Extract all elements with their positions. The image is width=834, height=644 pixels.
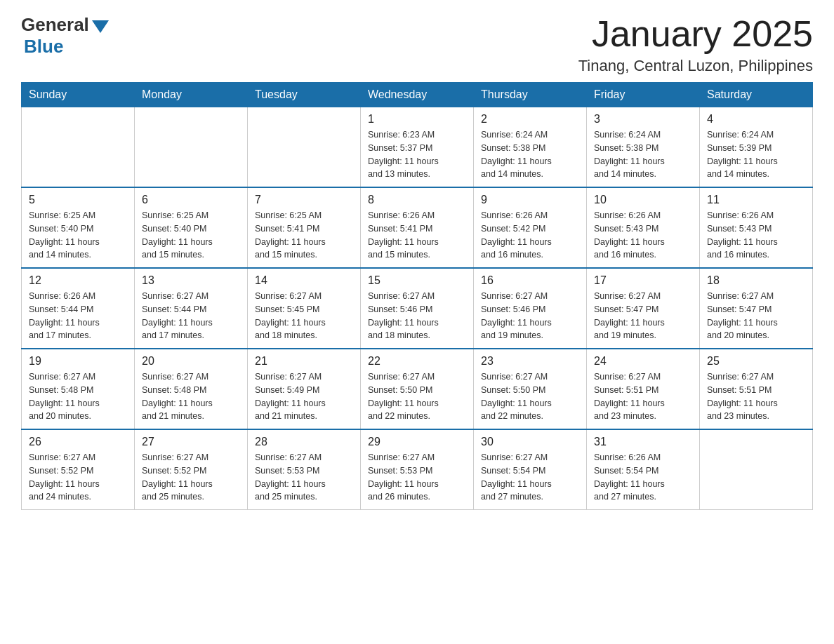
day-number: 6 <box>142 194 240 206</box>
calendar-day-cell: 14Sunrise: 6:27 AM Sunset: 5:45 PM Dayli… <box>248 268 361 349</box>
day-number: 21 <box>255 355 353 368</box>
day-number: 14 <box>255 274 353 287</box>
calendar-week-row: 19Sunrise: 6:27 AM Sunset: 5:48 PM Dayli… <box>22 349 813 429</box>
calendar-day-cell: 2Sunrise: 6:24 AM Sunset: 5:38 PM Daylig… <box>474 107 587 188</box>
month-title: January 2025 <box>578 14 813 54</box>
calendar-week-row: 5Sunrise: 6:25 AM Sunset: 5:40 PM Daylig… <box>22 187 813 268</box>
day-info: Sunrise: 6:23 AM Sunset: 5:37 PM Dayligh… <box>368 128 466 181</box>
day-number: 15 <box>368 274 466 287</box>
day-info: Sunrise: 6:27 AM Sunset: 5:53 PM Dayligh… <box>368 451 466 504</box>
day-number: 7 <box>255 194 353 206</box>
logo-general-text: General <box>21 14 89 36</box>
calendar-header-row: SundayMondayTuesdayWednesdayThursdayFrid… <box>22 83 813 107</box>
calendar-day-cell: 27Sunrise: 6:27 AM Sunset: 5:52 PM Dayli… <box>135 429 248 510</box>
logo-triangle-icon <box>92 20 109 33</box>
day-info: Sunrise: 6:27 AM Sunset: 5:53 PM Dayligh… <box>255 451 353 504</box>
day-number: 12 <box>29 274 127 287</box>
day-number: 28 <box>255 436 353 448</box>
day-number: 27 <box>142 436 240 448</box>
day-info: Sunrise: 6:25 AM Sunset: 5:40 PM Dayligh… <box>29 209 127 262</box>
calendar-week-row: 26Sunrise: 6:27 AM Sunset: 5:52 PM Dayli… <box>22 429 813 510</box>
day-info: Sunrise: 6:27 AM Sunset: 5:48 PM Dayligh… <box>142 370 240 423</box>
day-number: 8 <box>368 194 466 206</box>
calendar-day-cell: 7Sunrise: 6:25 AM Sunset: 5:41 PM Daylig… <box>248 187 361 268</box>
calendar-week-row: 12Sunrise: 6:26 AM Sunset: 5:44 PM Dayli… <box>22 268 813 349</box>
day-info: Sunrise: 6:26 AM Sunset: 5:41 PM Dayligh… <box>368 209 466 262</box>
calendar-day-cell: 24Sunrise: 6:27 AM Sunset: 5:51 PM Dayli… <box>587 349 700 429</box>
calendar-day-cell: 13Sunrise: 6:27 AM Sunset: 5:44 PM Dayli… <box>135 268 248 349</box>
day-of-week-header: Tuesday <box>248 83 361 107</box>
day-number: 30 <box>481 436 579 448</box>
calendar-day-cell <box>700 429 813 510</box>
day-info: Sunrise: 6:27 AM Sunset: 5:54 PM Dayligh… <box>481 451 579 504</box>
calendar-day-cell: 15Sunrise: 6:27 AM Sunset: 5:46 PM Dayli… <box>361 268 474 349</box>
calendar-day-cell <box>248 107 361 188</box>
calendar-day-cell: 20Sunrise: 6:27 AM Sunset: 5:48 PM Dayli… <box>135 349 248 429</box>
calendar-day-cell <box>22 107 135 188</box>
calendar-day-cell: 6Sunrise: 6:25 AM Sunset: 5:40 PM Daylig… <box>135 187 248 268</box>
calendar-day-cell: 3Sunrise: 6:24 AM Sunset: 5:38 PM Daylig… <box>587 107 700 188</box>
calendar-day-cell: 28Sunrise: 6:27 AM Sunset: 5:53 PM Dayli… <box>248 429 361 510</box>
calendar-day-cell: 30Sunrise: 6:27 AM Sunset: 5:54 PM Dayli… <box>474 429 587 510</box>
day-info: Sunrise: 6:27 AM Sunset: 5:50 PM Dayligh… <box>481 370 579 423</box>
day-number: 23 <box>481 355 579 368</box>
calendar-day-cell: 18Sunrise: 6:27 AM Sunset: 5:47 PM Dayli… <box>700 268 813 349</box>
day-info: Sunrise: 6:27 AM Sunset: 5:52 PM Dayligh… <box>29 451 127 504</box>
day-info: Sunrise: 6:24 AM Sunset: 5:38 PM Dayligh… <box>594 128 692 181</box>
day-number: 9 <box>481 194 579 206</box>
calendar-day-cell: 9Sunrise: 6:26 AM Sunset: 5:42 PM Daylig… <box>474 187 587 268</box>
day-of-week-header: Wednesday <box>361 83 474 107</box>
day-number: 31 <box>594 436 692 448</box>
calendar-day-cell: 17Sunrise: 6:27 AM Sunset: 5:47 PM Dayli… <box>587 268 700 349</box>
day-of-week-header: Thursday <box>474 83 587 107</box>
day-number: 5 <box>29 194 127 206</box>
day-info: Sunrise: 6:27 AM Sunset: 5:49 PM Dayligh… <box>255 370 353 423</box>
day-number: 1 <box>368 113 466 126</box>
calendar-day-cell <box>135 107 248 188</box>
day-info: Sunrise: 6:24 AM Sunset: 5:39 PM Dayligh… <box>707 128 805 181</box>
day-number: 4 <box>707 113 805 126</box>
day-number: 13 <box>142 274 240 287</box>
day-number: 24 <box>594 355 692 368</box>
calendar-day-cell: 10Sunrise: 6:26 AM Sunset: 5:43 PM Dayli… <box>587 187 700 268</box>
day-info: Sunrise: 6:27 AM Sunset: 5:46 PM Dayligh… <box>368 290 466 342</box>
logo-blue-text: Blue <box>24 36 63 58</box>
day-info: Sunrise: 6:24 AM Sunset: 5:38 PM Dayligh… <box>481 128 579 181</box>
calendar-day-cell: 12Sunrise: 6:26 AM Sunset: 5:44 PM Dayli… <box>22 268 135 349</box>
day-info: Sunrise: 6:27 AM Sunset: 5:44 PM Dayligh… <box>142 290 240 342</box>
day-number: 18 <box>707 274 805 287</box>
day-info: Sunrise: 6:27 AM Sunset: 5:48 PM Dayligh… <box>29 370 127 423</box>
calendar-day-cell: 22Sunrise: 6:27 AM Sunset: 5:50 PM Dayli… <box>361 349 474 429</box>
day-info: Sunrise: 6:27 AM Sunset: 5:52 PM Dayligh… <box>142 451 240 504</box>
calendar-day-cell: 4Sunrise: 6:24 AM Sunset: 5:39 PM Daylig… <box>700 107 813 188</box>
day-info: Sunrise: 6:27 AM Sunset: 5:51 PM Dayligh… <box>707 370 805 423</box>
day-number: 20 <box>142 355 240 368</box>
calendar-day-cell: 31Sunrise: 6:26 AM Sunset: 5:54 PM Dayli… <box>587 429 700 510</box>
day-number: 10 <box>594 194 692 206</box>
day-info: Sunrise: 6:26 AM Sunset: 5:42 PM Dayligh… <box>481 209 579 262</box>
calendar-table: SundayMondayTuesdayWednesdayThursdayFrid… <box>21 82 813 510</box>
day-info: Sunrise: 6:25 AM Sunset: 5:40 PM Dayligh… <box>142 209 240 262</box>
day-info: Sunrise: 6:26 AM Sunset: 5:44 PM Dayligh… <box>29 290 127 342</box>
day-number: 16 <box>481 274 579 287</box>
day-info: Sunrise: 6:27 AM Sunset: 5:45 PM Dayligh… <box>255 290 353 342</box>
calendar-day-cell: 1Sunrise: 6:23 AM Sunset: 5:37 PM Daylig… <box>361 107 474 188</box>
calendar-day-cell: 23Sunrise: 6:27 AM Sunset: 5:50 PM Dayli… <box>474 349 587 429</box>
day-of-week-header: Friday <box>587 83 700 107</box>
day-number: 2 <box>481 113 579 126</box>
day-info: Sunrise: 6:27 AM Sunset: 5:51 PM Dayligh… <box>594 370 692 423</box>
day-of-week-header: Saturday <box>700 83 813 107</box>
day-number: 3 <box>594 113 692 126</box>
day-info: Sunrise: 6:27 AM Sunset: 5:46 PM Dayligh… <box>481 290 579 342</box>
page-header: General Blue January 2025 Tinang, Centra… <box>21 14 813 75</box>
title-block: January 2025 Tinang, Central Luzon, Phil… <box>578 14 813 75</box>
day-of-week-header: Monday <box>135 83 248 107</box>
day-number: 25 <box>707 355 805 368</box>
calendar-day-cell: 21Sunrise: 6:27 AM Sunset: 5:49 PM Dayli… <box>248 349 361 429</box>
day-number: 22 <box>368 355 466 368</box>
day-number: 19 <box>29 355 127 368</box>
calendar-day-cell: 25Sunrise: 6:27 AM Sunset: 5:51 PM Dayli… <box>700 349 813 429</box>
day-info: Sunrise: 6:27 AM Sunset: 5:47 PM Dayligh… <box>707 290 805 342</box>
calendar-day-cell: 8Sunrise: 6:26 AM Sunset: 5:41 PM Daylig… <box>361 187 474 268</box>
day-info: Sunrise: 6:26 AM Sunset: 5:43 PM Dayligh… <box>707 209 805 262</box>
